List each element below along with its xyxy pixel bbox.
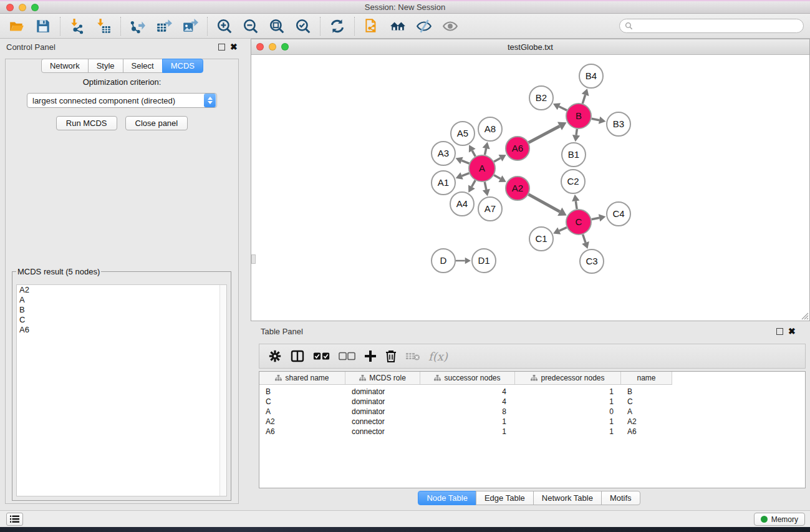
home-views-button[interactable] bbox=[387, 16, 408, 36]
mcds-result-item[interactable]: A bbox=[17, 295, 226, 305]
new-network-file-button[interactable] bbox=[361, 16, 382, 36]
float-panel-icon[interactable] bbox=[218, 44, 225, 51]
close-panel-icon[interactable]: ✖ bbox=[230, 43, 238, 51]
delete-column-button[interactable] bbox=[385, 348, 397, 364]
zoom-window-button[interactable] bbox=[31, 4, 39, 11]
tab-edge-table[interactable]: Edge Table bbox=[476, 491, 534, 505]
tab-node-table[interactable]: Node Table bbox=[418, 491, 476, 505]
criterion-select[interactable]: largest connected component (directed) bbox=[27, 93, 217, 108]
table-cell: A bbox=[259, 407, 345, 416]
close-window-button[interactable] bbox=[6, 4, 14, 11]
table-close-icon[interactable]: ✖ bbox=[788, 327, 796, 336]
zoom-selected-button[interactable] bbox=[292, 16, 314, 36]
save-session-button[interactable] bbox=[32, 16, 54, 36]
zoom-fit-button[interactable] bbox=[266, 16, 287, 36]
column-header-mcds-role[interactable]: MCDS role bbox=[345, 372, 420, 384]
column-header-name[interactable]: name bbox=[621, 372, 672, 384]
table-cell: 1 bbox=[515, 417, 621, 426]
control-panel: Control Panel ✖ Network Style Select MCD… bbox=[0, 39, 244, 510]
tab-select[interactable]: Select bbox=[123, 59, 163, 73]
close-panel-button[interactable]: Close panel bbox=[125, 116, 188, 130]
tab-network-table[interactable]: Network Table bbox=[533, 491, 602, 505]
graph-edge[interactable] bbox=[582, 95, 585, 104]
graph-edge[interactable] bbox=[472, 151, 475, 157]
apply-layout-button[interactable] bbox=[327, 16, 348, 36]
show-columns-button[interactable] bbox=[290, 348, 305, 364]
graph-node-label: C4 bbox=[612, 208, 624, 219]
graph-edge[interactable] bbox=[471, 180, 475, 186]
tab-style[interactable]: Style bbox=[88, 59, 123, 73]
table-cell: A2 bbox=[259, 417, 345, 426]
column-header-shared-name[interactable]: shared name bbox=[259, 372, 345, 384]
tab-motifs[interactable]: Motifs bbox=[601, 491, 640, 505]
status-bar: Memory bbox=[0, 510, 810, 527]
zoom-in-button[interactable] bbox=[214, 16, 235, 36]
graph-edge[interactable] bbox=[485, 182, 486, 190]
column-header-predecessor-nodes[interactable]: predecessor nodes bbox=[515, 372, 621, 384]
table-cell: connector bbox=[345, 417, 420, 426]
table-row[interactable]: A2connector11A2 bbox=[259, 417, 805, 427]
graph-edge[interactable] bbox=[529, 195, 560, 212]
memory-button[interactable]: Memory bbox=[754, 513, 805, 526]
network-close-button[interactable] bbox=[256, 43, 264, 51]
resize-grip-icon[interactable] bbox=[800, 311, 809, 320]
table-cell: B bbox=[621, 387, 672, 396]
graph-edge[interactable] bbox=[592, 218, 600, 220]
network-graph[interactable]: B4B2BB3A8A5A6A3B1AA1C2A2A4A7C4CC1C3DD1 bbox=[251, 56, 809, 321]
graph-edge[interactable] bbox=[576, 129, 577, 135]
tab-mcds[interactable]: MCDS bbox=[162, 59, 203, 73]
graph-node-label: C2 bbox=[567, 176, 579, 186]
export-table-button[interactable] bbox=[153, 16, 175, 36]
graph-edge[interactable] bbox=[462, 173, 470, 176]
graph-edge[interactable] bbox=[576, 201, 577, 209]
add-column-button[interactable] bbox=[364, 348, 377, 364]
graph-edge[interactable] bbox=[583, 235, 586, 243]
table-float-icon[interactable] bbox=[776, 328, 783, 335]
network-window-titlebar[interactable]: testGlobe.txt bbox=[251, 39, 809, 55]
mcds-result-list[interactable]: A2ABCA6 bbox=[16, 284, 227, 496]
select-all-button[interactable] bbox=[313, 348, 330, 364]
graph-edge[interactable] bbox=[559, 107, 567, 110]
columns-icon bbox=[290, 349, 305, 364]
graph-node-label: B1 bbox=[568, 149, 579, 160]
graph-edge[interactable] bbox=[485, 148, 486, 155]
graph-edge[interactable] bbox=[494, 175, 500, 179]
export-image-button[interactable] bbox=[180, 16, 201, 36]
export-network-button[interactable] bbox=[127, 16, 148, 36]
node-table[interactable]: shared name MCDS role successor nodes pr… bbox=[259, 371, 806, 488]
graph-edge[interactable] bbox=[461, 160, 469, 163]
table-row[interactable]: Cdominator41C bbox=[259, 397, 805, 407]
import-table-button[interactable] bbox=[93, 16, 114, 36]
mcds-result-item[interactable]: A2 bbox=[17, 285, 226, 295]
graph-edge[interactable] bbox=[494, 158, 500, 162]
network-canvas[interactable]: B4B2BB3A8A5A6A3B1AA1C2A2A4A7C4CC1C3DD1 bbox=[251, 56, 809, 321]
minimize-window-button[interactable] bbox=[19, 4, 26, 11]
table-cell: 1 bbox=[420, 417, 515, 426]
graph-edge[interactable] bbox=[559, 228, 567, 231]
import-network-button[interactable] bbox=[67, 16, 88, 36]
network-minimize-button[interactable] bbox=[269, 43, 276, 51]
zoom-out-button[interactable] bbox=[240, 16, 261, 36]
task-history-button[interactable] bbox=[6, 513, 23, 526]
network-zoom-button[interactable] bbox=[281, 43, 289, 51]
search-input[interactable] bbox=[636, 22, 798, 31]
table-settings-button[interactable] bbox=[268, 348, 282, 364]
mcds-result-item[interactable]: C bbox=[17, 315, 226, 325]
mcds-result-item[interactable]: B bbox=[17, 305, 226, 315]
split-handle-left[interactable] bbox=[251, 254, 256, 264]
result-scrollbar[interactable] bbox=[219, 285, 226, 496]
column-header-successor-nodes[interactable]: successor nodes bbox=[420, 372, 515, 384]
table-row[interactable]: Bdominator41B bbox=[259, 387, 805, 397]
hide-style-button[interactable] bbox=[413, 16, 435, 36]
mcds-result-item[interactable]: A6 bbox=[17, 325, 226, 335]
tab-network[interactable]: Network bbox=[41, 59, 89, 73]
deselect-all-button[interactable] bbox=[339, 348, 356, 364]
open-file-button[interactable] bbox=[6, 16, 27, 36]
table-cell: B bbox=[259, 387, 345, 396]
run-mcds-button[interactable]: Run MCDS bbox=[56, 116, 117, 130]
graph-edge[interactable] bbox=[592, 118, 600, 120]
table-row[interactable]: Adominator80A bbox=[259, 407, 805, 417]
graph-edge[interactable] bbox=[529, 126, 560, 142]
table-row[interactable]: A6connector11A6 bbox=[259, 427, 805, 437]
show-eye-button[interactable] bbox=[440, 16, 461, 36]
